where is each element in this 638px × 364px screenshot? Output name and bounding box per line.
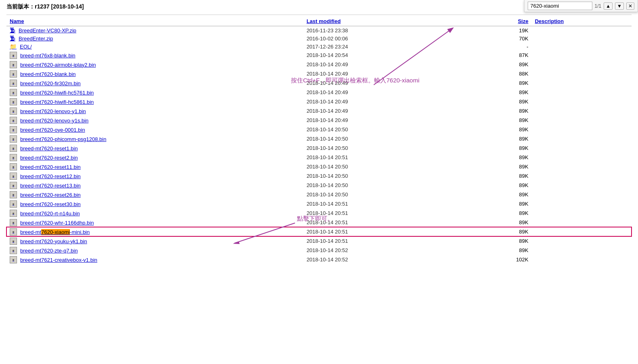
filename-text: breed-mt7620-airmobi-iplay2.bin (20, 62, 96, 68)
file-link[interactable]: ▦breed-mt7620-phicomm-psg1208.bin (10, 135, 106, 143)
file-link[interactable]: ▦breed-mt7620-zte-q7.bin (10, 247, 78, 254)
col-size-link[interactable]: Size (518, 18, 529, 24)
file-name-cell: ▦breed-mt7620-reset2.bin (6, 153, 303, 162)
file-size-cell: 89K (474, 181, 531, 190)
bin-icon: ▦ (10, 200, 17, 208)
file-desc-cell (532, 208, 632, 218)
file-desc-cell (532, 255, 632, 264)
file-link[interactable]: ▦breed-mt7620-rt-n14u.bin (10, 210, 80, 217)
file-desc-cell (532, 106, 632, 116)
file-date-cell: 2018-10-14 20:51 (303, 208, 475, 218)
file-link[interactable]: 📁EOL/ (10, 43, 32, 50)
main-content: 当前版本：r1237 [2018-10-14] Name Last modifi… (0, 0, 638, 267)
table-row: ▦breed-mt7621-creativebox-v1.bin 2018-10… (6, 255, 632, 264)
bin-icon: ▦ (10, 52, 17, 59)
find-bar[interactable]: 1/1 ▲ ▼ ✕ (524, 0, 638, 12)
file-link[interactable]: ▦breed-mt7620-reset30.bin (10, 200, 81, 208)
file-link[interactable]: ▦breed-mt7620-lenovo-y1s.bin (10, 117, 88, 124)
find-input[interactable] (528, 2, 592, 10)
file-desc-cell (532, 69, 632, 78)
file-date-cell: 2018-10-14 20:51 (303, 236, 475, 246)
filename-text: breed-mt7620-phicomm-psg1208.bin (20, 136, 106, 142)
file-size-cell: 70K (474, 34, 531, 42)
file-link[interactable]: ▦ breed-mt7620-xiaomi-mini.bin (10, 228, 90, 236)
table-row: ▦breed-mt7620-airmobi-iplay2.bin 2018-10… (6, 60, 632, 69)
file-desc-cell (532, 88, 632, 97)
file-size-cell: 89K (474, 125, 531, 134)
file-link[interactable]: ▦breed-mt7620-reset12.bin (10, 173, 81, 180)
col-name-link[interactable]: Name (10, 18, 24, 24)
file-name-cell: ▦breed-mt76x8-blank.bin (6, 50, 303, 60)
file-size-cell: 89K (474, 134, 531, 143)
file-date-cell: 2018-10-14 20:49 (303, 69, 475, 78)
file-date-cell: 2018-10-14 20:49 (303, 88, 475, 97)
file-name-cell: ▦breed-mt7620-youku-yk1.bin (6, 236, 303, 246)
file-link[interactable]: ▦breed-mt7620-whr-1166dhp.bin (10, 219, 94, 226)
file-link[interactable]: ▦breed-mt7620-reset13.bin (10, 182, 81, 189)
find-close-button[interactable]: ✕ (626, 2, 634, 10)
file-link[interactable]: ▦breed-mt7620-oye-0001.bin (10, 126, 85, 133)
filename-text: breed-mt7620-reset12.bin (20, 173, 81, 179)
col-last-modified[interactable]: Last modified (303, 17, 475, 26)
col-size[interactable]: Size (474, 17, 531, 26)
file-date-cell: 2018-10-14 20:50 (303, 134, 475, 143)
file-desc-cell (532, 181, 632, 190)
file-link[interactable]: ▦breed-mt7620-reset2.bin (10, 154, 78, 161)
file-desc-cell (532, 125, 632, 134)
file-size-cell: 89K (474, 190, 531, 199)
file-link[interactable]: ▦breed-mt7620-reset1.bin (10, 145, 78, 152)
file-size-cell: 88K (474, 69, 531, 78)
table-row: ▦ breed-mt7620-xiaomi-mini.bin 2018-10-1… (6, 227, 632, 236)
file-link[interactable]: ▦breed-mt7620-youku-yk1.bin (10, 238, 87, 245)
bin-icon: ▦ (10, 117, 17, 124)
file-link[interactable]: ▦breed-mt76x8-blank.bin (10, 52, 76, 59)
file-desc-cell (532, 42, 632, 50)
file-name-cell: ▦breed-mt7620-airmobi-iplay2.bin (6, 60, 303, 69)
file-link[interactable]: ▦breed-mt7620-hiwifi-hc5761.bin (10, 89, 94, 96)
file-link[interactable]: ▦breed-mt7620-hiwifi-hc5861.bin (10, 98, 94, 105)
file-link[interactable]: ▦breed-mt7620-reset26.bin (10, 191, 81, 198)
find-next-button[interactable]: ▼ (615, 2, 624, 10)
bin-icon: ▦ (10, 98, 17, 105)
file-date-cell: 2018-10-14 20:51 (303, 227, 475, 236)
file-date-cell: 2018-10-14 20:51 (303, 199, 475, 208)
bin-icon: ▦ (10, 219, 17, 226)
filename-text: breed-mt7620-xiaomi-mini.bin (20, 229, 90, 235)
file-link[interactable]: ▦breed-mt7620-blank.bin (10, 70, 76, 78)
table-row: ▦breed-mt7620-rt-n14u.bin 2018-10-14 20:… (6, 208, 632, 218)
col-name[interactable]: Name (6, 17, 303, 26)
file-link[interactable]: ▦breed-mt7620-reset11.bin (10, 163, 81, 170)
file-name-cell: ▦breed-mt7621-creativebox-v1.bin (6, 255, 303, 264)
file-date-cell: 2018-10-14 20:50 (303, 162, 475, 171)
file-name-cell: ▦breed-mt7620-lenovo-y1s.bin (6, 116, 303, 125)
file-date-cell: 2018-10-14 20:50 (303, 125, 475, 134)
file-table: Name Last modified Size Description 🗜Bre… (6, 17, 632, 264)
zip-icon: 🗜 (10, 27, 15, 34)
find-prev-button[interactable]: ▲ (604, 2, 613, 10)
file-link[interactable]: ▦breed-mt7620-airmobi-iplay2.bin (10, 61, 96, 68)
filename-text: breed-mt7621-creativebox-v1.bin (20, 257, 97, 263)
file-link[interactable]: 🗜BreedEnter-VC80-XP.zip (10, 27, 76, 34)
file-date-cell: 2016-10-02 00:06 (303, 34, 475, 42)
file-desc-cell (532, 171, 632, 181)
file-name-cell: ▦breed-mt7620-reset1.bin (6, 143, 303, 153)
file-size-cell: 89K (474, 78, 531, 88)
file-desc-cell (532, 50, 632, 60)
table-row: ▦breed-mt7620-hiwifi-hc5761.bin 2018-10-… (6, 88, 632, 97)
bin-icon: ▦ (10, 173, 17, 180)
file-link[interactable]: 🗜BreedEnter.zip (10, 35, 53, 42)
table-row: 📁EOL/ 2017-12-26 23:24 - (6, 42, 632, 50)
bin-icon: ▦ (10, 238, 17, 245)
bin-icon: ▦ (10, 70, 17, 78)
col-description-link[interactable]: Description (535, 18, 564, 24)
bin-icon: ▦ (10, 247, 17, 254)
file-date-cell: 2018-10-14 20:50 (303, 143, 475, 153)
file-link[interactable]: ▦breed-mt7621-creativebox-v1.bin (10, 256, 97, 263)
file-link[interactable]: ▦breed-mt7620-lenovo-y1.bin (10, 107, 86, 115)
file-name-cell: ▦breed-mt7620-whr-1166dhp.bin (6, 218, 303, 227)
filename-text: breed-mt76x8-blank.bin (20, 53, 76, 59)
file-link[interactable]: ▦breed-mt7620-fir302m.bin (10, 80, 81, 87)
filename-text: breed-mt7620-rt-n14u.bin (20, 210, 80, 217)
col-description[interactable]: Description (532, 17, 632, 26)
col-last-modified-link[interactable]: Last modified (307, 18, 341, 24)
